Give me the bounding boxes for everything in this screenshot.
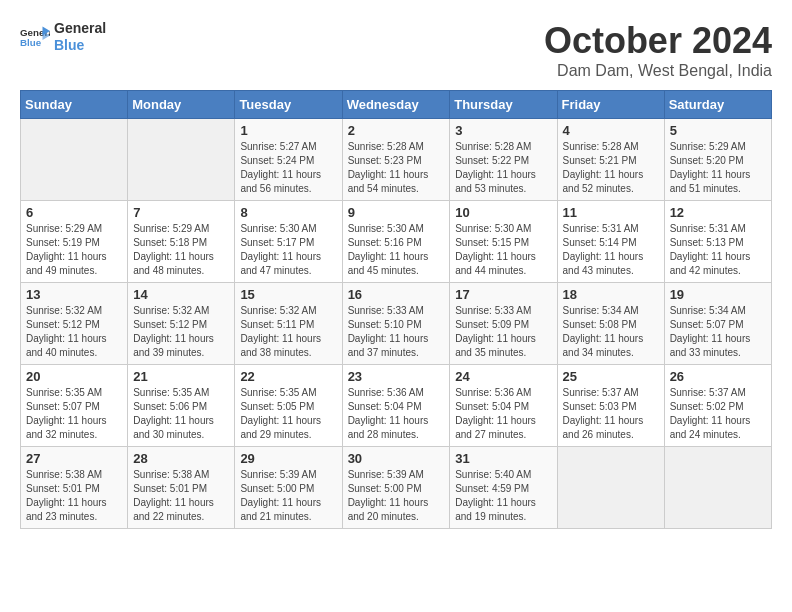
day-cell: 17Sunrise: 5:33 AM Sunset: 5:09 PM Dayli… [450, 283, 557, 365]
day-info: Sunrise: 5:36 AM Sunset: 5:04 PM Dayligh… [455, 386, 551, 442]
day-info: Sunrise: 5:37 AM Sunset: 5:03 PM Dayligh… [563, 386, 659, 442]
week-row-4: 27Sunrise: 5:38 AM Sunset: 5:01 PM Dayli… [21, 447, 772, 529]
day-cell: 24Sunrise: 5:36 AM Sunset: 5:04 PM Dayli… [450, 365, 557, 447]
day-info: Sunrise: 5:29 AM Sunset: 5:20 PM Dayligh… [670, 140, 766, 196]
day-number: 25 [563, 369, 659, 384]
day-cell: 2Sunrise: 5:28 AM Sunset: 5:23 PM Daylig… [342, 119, 450, 201]
day-info: Sunrise: 5:35 AM Sunset: 5:06 PM Dayligh… [133, 386, 229, 442]
day-cell [128, 119, 235, 201]
day-number: 10 [455, 205, 551, 220]
day-cell: 9Sunrise: 5:30 AM Sunset: 5:16 PM Daylig… [342, 201, 450, 283]
day-info: Sunrise: 5:35 AM Sunset: 5:05 PM Dayligh… [240, 386, 336, 442]
day-number: 5 [670, 123, 766, 138]
day-number: 11 [563, 205, 659, 220]
day-number: 28 [133, 451, 229, 466]
day-info: Sunrise: 5:29 AM Sunset: 5:18 PM Dayligh… [133, 222, 229, 278]
day-info: Sunrise: 5:38 AM Sunset: 5:01 PM Dayligh… [133, 468, 229, 524]
week-row-2: 13Sunrise: 5:32 AM Sunset: 5:12 PM Dayli… [21, 283, 772, 365]
day-cell: 22Sunrise: 5:35 AM Sunset: 5:05 PM Dayli… [235, 365, 342, 447]
svg-text:Blue: Blue [20, 37, 42, 48]
day-cell: 12Sunrise: 5:31 AM Sunset: 5:13 PM Dayli… [664, 201, 771, 283]
day-cell: 23Sunrise: 5:36 AM Sunset: 5:04 PM Dayli… [342, 365, 450, 447]
day-info: Sunrise: 5:32 AM Sunset: 5:11 PM Dayligh… [240, 304, 336, 360]
day-cell: 13Sunrise: 5:32 AM Sunset: 5:12 PM Dayli… [21, 283, 128, 365]
day-number: 17 [455, 287, 551, 302]
day-cell: 10Sunrise: 5:30 AM Sunset: 5:15 PM Dayli… [450, 201, 557, 283]
day-cell: 15Sunrise: 5:32 AM Sunset: 5:11 PM Dayli… [235, 283, 342, 365]
day-cell: 26Sunrise: 5:37 AM Sunset: 5:02 PM Dayli… [664, 365, 771, 447]
day-cell: 31Sunrise: 5:40 AM Sunset: 4:59 PM Dayli… [450, 447, 557, 529]
day-number: 6 [26, 205, 122, 220]
day-number: 12 [670, 205, 766, 220]
day-number: 27 [26, 451, 122, 466]
day-info: Sunrise: 5:30 AM Sunset: 5:15 PM Dayligh… [455, 222, 551, 278]
day-info: Sunrise: 5:39 AM Sunset: 5:00 PM Dayligh… [240, 468, 336, 524]
location-subtitle: Dam Dam, West Bengal, India [544, 62, 772, 80]
day-number: 15 [240, 287, 336, 302]
day-cell: 1Sunrise: 5:27 AM Sunset: 5:24 PM Daylig… [235, 119, 342, 201]
day-cell: 25Sunrise: 5:37 AM Sunset: 5:03 PM Dayli… [557, 365, 664, 447]
week-row-0: 1Sunrise: 5:27 AM Sunset: 5:24 PM Daylig… [21, 119, 772, 201]
day-number: 4 [563, 123, 659, 138]
header-monday: Monday [128, 91, 235, 119]
day-number: 19 [670, 287, 766, 302]
day-number: 24 [455, 369, 551, 384]
day-cell: 30Sunrise: 5:39 AM Sunset: 5:00 PM Dayli… [342, 447, 450, 529]
day-cell: 4Sunrise: 5:28 AM Sunset: 5:21 PM Daylig… [557, 119, 664, 201]
day-cell: 19Sunrise: 5:34 AM Sunset: 5:07 PM Dayli… [664, 283, 771, 365]
day-cell: 14Sunrise: 5:32 AM Sunset: 5:12 PM Dayli… [128, 283, 235, 365]
day-info: Sunrise: 5:36 AM Sunset: 5:04 PM Dayligh… [348, 386, 445, 442]
day-info: Sunrise: 5:34 AM Sunset: 5:07 PM Dayligh… [670, 304, 766, 360]
header-thursday: Thursday [450, 91, 557, 119]
day-number: 29 [240, 451, 336, 466]
day-number: 16 [348, 287, 445, 302]
day-info: Sunrise: 5:39 AM Sunset: 5:00 PM Dayligh… [348, 468, 445, 524]
day-info: Sunrise: 5:40 AM Sunset: 4:59 PM Dayligh… [455, 468, 551, 524]
day-cell: 16Sunrise: 5:33 AM Sunset: 5:10 PM Dayli… [342, 283, 450, 365]
day-number: 20 [26, 369, 122, 384]
day-number: 30 [348, 451, 445, 466]
day-number: 9 [348, 205, 445, 220]
week-row-3: 20Sunrise: 5:35 AM Sunset: 5:07 PM Dayli… [21, 365, 772, 447]
day-cell: 8Sunrise: 5:30 AM Sunset: 5:17 PM Daylig… [235, 201, 342, 283]
day-info: Sunrise: 5:38 AM Sunset: 5:01 PM Dayligh… [26, 468, 122, 524]
logo-general: General [54, 20, 106, 37]
day-number: 3 [455, 123, 551, 138]
day-number: 22 [240, 369, 336, 384]
day-info: Sunrise: 5:35 AM Sunset: 5:07 PM Dayligh… [26, 386, 122, 442]
title-area: October 2024 Dam Dam, West Bengal, India [544, 20, 772, 80]
day-cell: 6Sunrise: 5:29 AM Sunset: 5:19 PM Daylig… [21, 201, 128, 283]
header-sunday: Sunday [21, 91, 128, 119]
day-info: Sunrise: 5:31 AM Sunset: 5:14 PM Dayligh… [563, 222, 659, 278]
day-number: 13 [26, 287, 122, 302]
day-number: 18 [563, 287, 659, 302]
day-number: 2 [348, 123, 445, 138]
day-number: 31 [455, 451, 551, 466]
day-info: Sunrise: 5:32 AM Sunset: 5:12 PM Dayligh… [133, 304, 229, 360]
page-header: General Blue General Blue October 2024 D… [20, 20, 772, 80]
header-friday: Friday [557, 91, 664, 119]
calendar-table: SundayMondayTuesdayWednesdayThursdayFrid… [20, 90, 772, 529]
day-cell: 3Sunrise: 5:28 AM Sunset: 5:22 PM Daylig… [450, 119, 557, 201]
day-info: Sunrise: 5:28 AM Sunset: 5:23 PM Dayligh… [348, 140, 445, 196]
day-info: Sunrise: 5:28 AM Sunset: 5:21 PM Dayligh… [563, 140, 659, 196]
week-row-1: 6Sunrise: 5:29 AM Sunset: 5:19 PM Daylig… [21, 201, 772, 283]
logo-icon: General Blue [20, 25, 50, 49]
day-number: 21 [133, 369, 229, 384]
day-cell: 28Sunrise: 5:38 AM Sunset: 5:01 PM Dayli… [128, 447, 235, 529]
day-number: 26 [670, 369, 766, 384]
day-info: Sunrise: 5:34 AM Sunset: 5:08 PM Dayligh… [563, 304, 659, 360]
day-number: 23 [348, 369, 445, 384]
header-saturday: Saturday [664, 91, 771, 119]
day-cell: 20Sunrise: 5:35 AM Sunset: 5:07 PM Dayli… [21, 365, 128, 447]
header-wednesday: Wednesday [342, 91, 450, 119]
day-cell: 5Sunrise: 5:29 AM Sunset: 5:20 PM Daylig… [664, 119, 771, 201]
day-info: Sunrise: 5:28 AM Sunset: 5:22 PM Dayligh… [455, 140, 551, 196]
day-cell: 29Sunrise: 5:39 AM Sunset: 5:00 PM Dayli… [235, 447, 342, 529]
day-cell [664, 447, 771, 529]
day-number: 7 [133, 205, 229, 220]
day-info: Sunrise: 5:33 AM Sunset: 5:10 PM Dayligh… [348, 304, 445, 360]
calendar-header-row: SundayMondayTuesdayWednesdayThursdayFrid… [21, 91, 772, 119]
day-number: 14 [133, 287, 229, 302]
day-info: Sunrise: 5:32 AM Sunset: 5:12 PM Dayligh… [26, 304, 122, 360]
